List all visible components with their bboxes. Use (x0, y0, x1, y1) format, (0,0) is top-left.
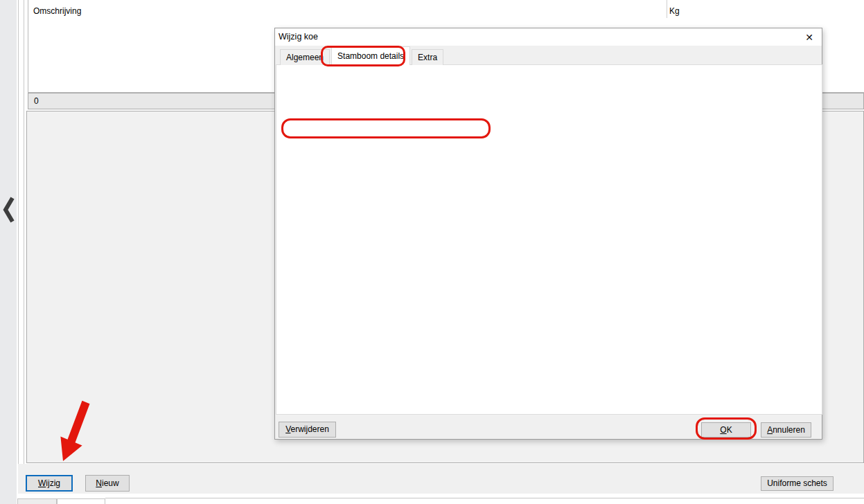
tab-extra[interactable]: Extra (412, 49, 443, 65)
bottom-tab-2[interactable] (57, 498, 105, 504)
column-separator (667, 0, 667, 18)
annuleren-label: nnuleren (773, 425, 805, 435)
column-header-omschrijving: Omschrijving (33, 6, 81, 16)
divider (24, 0, 24, 498)
chevron-left-icon (2, 196, 16, 224)
wijzig-button-accesskey: W (38, 478, 46, 488)
wijzig-koe-dialog: Wijzig koe ✕ Algemeen Stamboom details E… (274, 28, 822, 440)
tab-algemeen[interactable]: Algemeen (280, 49, 330, 65)
wijzig-button-label: ijzig (46, 478, 60, 488)
ok-button[interactable]: OK (701, 422, 751, 438)
collapse-panel-button[interactable] (2, 196, 16, 224)
ok-accesskey: O (720, 425, 726, 435)
nieuw-button[interactable]: Nieuw (85, 475, 130, 492)
left-rail (0, 0, 17, 504)
verwijderen-label: erwijderen (290, 424, 328, 434)
bottom-tabstrip-line (105, 498, 864, 498)
dialog-tabstrip: Algemeen Stamboom details Extra (280, 46, 445, 65)
divider (18, 0, 19, 498)
nieuw-button-accesskey: N (96, 478, 102, 488)
tab-stamboom-details[interactable]: Stamboom details (331, 46, 410, 65)
tab-page-stamboom-details (276, 64, 822, 415)
annuleren-button[interactable]: Annuleren (761, 422, 811, 438)
annuleren-accesskey: A (767, 425, 773, 435)
bottom-tab-1[interactable] (17, 498, 57, 504)
uniforme-schets-button[interactable]: Uniforme schets (761, 476, 834, 491)
app-window: Omschrijving Kg 0 Wijzig Nieuw Uniforme … (0, 0, 864, 504)
bottom-button-bar (18, 464, 864, 494)
dialog-titlebar[interactable]: Wijzig koe ✕ (275, 28, 822, 46)
nieuw-button-label: ieuw (102, 478, 119, 488)
wijzig-button[interactable]: Wijzig (26, 475, 73, 492)
verwijderen-button[interactable]: Verwijderen (279, 422, 336, 438)
dialog-title: Wijzig koe (279, 32, 318, 42)
ok-label: K (727, 425, 732, 435)
close-icon[interactable]: ✕ (803, 31, 815, 44)
column-header-kg: Kg (669, 6, 680, 16)
